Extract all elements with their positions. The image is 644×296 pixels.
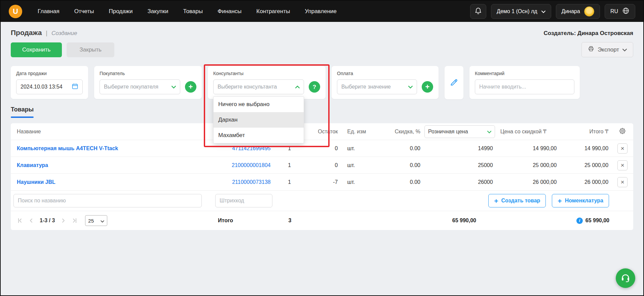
plus-icon: +	[189, 83, 193, 91]
cell-qty: 1	[273, 162, 306, 168]
remove-row-button[interactable]: ×	[617, 160, 628, 170]
column-header-unit: Ед. изм	[340, 129, 377, 135]
chevron-up-icon	[295, 84, 300, 90]
export-button[interactable]: Экспорт	[581, 42, 633, 57]
last-page-button[interactable]	[72, 218, 78, 224]
user-name: Динара	[562, 8, 580, 14]
top-navigation: U Главная Отчеты Продажи Закупки Товары …	[1, 1, 643, 22]
title-separator: |	[46, 30, 47, 37]
language-selector[interactable]: RU	[605, 4, 635, 19]
cell-discount: 0.00	[377, 145, 424, 152]
grand-total-value: 65 990,00	[585, 218, 609, 224]
nomenclature-button[interactable]: + Номенклатура	[552, 194, 609, 207]
dropdown-option-makhambet[interactable]: Махамбет	[214, 128, 304, 143]
menu-item-reports[interactable]: Отчеты	[74, 8, 94, 15]
menu-item-products[interactable]: Товары	[183, 8, 202, 15]
price-type-label: Розничная цена	[428, 129, 468, 135]
support-chat-button[interactable]	[616, 268, 635, 288]
buyer-placeholder: Выберите покупателя	[104, 84, 158, 90]
cell-discounted-price: 14 990,00	[498, 145, 562, 152]
globe-icon	[622, 7, 630, 16]
prev-page-button[interactable]	[28, 218, 34, 224]
printer-icon	[588, 46, 594, 54]
totals-subtotal: 65 990,00	[307, 218, 498, 224]
consultants-placeholder: Выберите консультанта	[218, 84, 277, 90]
product-barcode-link[interactable]: 2110000073138	[232, 179, 271, 185]
cell-qty: 1	[273, 179, 306, 185]
products-table: Название Остаток Ед. изм Скидка, % Розни…	[11, 123, 633, 230]
totals-quantity: 3	[273, 218, 307, 224]
product-barcode-link[interactable]: 2100000001804	[232, 162, 271, 168]
language-label: RU	[610, 8, 618, 14]
table-footer: 1-3 / 3 25 Итого 3 65 990,00 i	[11, 211, 633, 230]
product-name-link[interactable]: Компьютерная мышь A4TECH V-Ttack	[17, 145, 118, 151]
app-window: U Главная Отчеты Продажи Закупки Товары …	[0, 0, 644, 296]
search-by-name-input[interactable]	[13, 194, 202, 207]
table-row: Наушники JBL 2110000073138 1 -7 шт. 0.00…	[11, 174, 633, 191]
payment-label: Оплата	[337, 71, 433, 76]
toolbar: Сохранить Закрыть Экспорт	[1, 37, 643, 57]
cell-discounted-price: 25 000,00	[498, 162, 562, 168]
menu-item-management[interactable]: Управление	[305, 8, 337, 15]
user-menu[interactable]: Динара	[556, 4, 600, 19]
menu-item-counterparties[interactable]: Контрагенты	[256, 8, 290, 15]
edit-button[interactable]	[445, 66, 463, 99]
avatar	[584, 6, 594, 17]
add-payment-button[interactable]: +	[422, 81, 433, 93]
price-type-select[interactable]: Розничная цена	[424, 125, 495, 138]
close-icon: ×	[620, 179, 624, 185]
table-row: Компьютерная мышь A4TECH V-Ttack 4711421…	[11, 140, 633, 157]
bell-icon	[475, 7, 482, 16]
payment-placeholder: Выберите значение	[341, 84, 391, 90]
cell-discount: 0.00	[377, 179, 424, 185]
notifications-button[interactable]	[470, 4, 486, 19]
comment-input[interactable]	[475, 79, 574, 94]
dropdown-option-none[interactable]: Ничего не выбрано	[214, 97, 304, 112]
create-product-button[interactable]: + Создать товар	[488, 194, 546, 207]
next-page-button[interactable]	[60, 218, 66, 224]
consultants-help-button[interactable]: ?	[309, 81, 320, 93]
buyer-select[interactable]: Выберите покупателя	[100, 79, 180, 94]
cell-retail-price: 14990	[424, 145, 498, 152]
cell-discounted-price: 26 000,00	[498, 179, 562, 185]
tab-products[interactable]: Товары	[11, 106, 34, 118]
first-page-button[interactable]	[17, 218, 23, 224]
company-selector-label: Демо 1 (Осн) лд	[497, 8, 537, 14]
export-label: Экспорт	[598, 46, 619, 53]
product-name-link[interactable]: Клавиатура	[17, 162, 48, 168]
nomenclature-label: Номенклатура	[565, 198, 603, 204]
barcode-input[interactable]	[215, 194, 272, 207]
create-product-label: Создать товар	[501, 198, 540, 204]
cell-unit: шт.	[340, 145, 377, 152]
consultants-select[interactable]: Выберите консультанта	[213, 79, 304, 94]
add-buyer-button[interactable]: +	[185, 81, 196, 93]
chevron-down-icon	[101, 218, 104, 224]
menu-item-sales[interactable]: Продажи	[109, 8, 132, 15]
sale-date-input[interactable]: 2024.10.03 13:54	[16, 79, 83, 94]
page-size-select[interactable]: 25	[85, 215, 107, 226]
company-selector[interactable]: Демо 1 (Осн) лд	[491, 4, 551, 19]
cell-total: 25 000,00	[561, 162, 612, 168]
gear-icon[interactable]	[619, 127, 626, 136]
remove-row-button[interactable]: ×	[617, 143, 628, 154]
app-logo[interactable]: U	[9, 5, 22, 18]
consultants-dropdown: Ничего не выбрано Дархан Махамбет	[213, 96, 304, 143]
pagination: 1-3 / 3 25	[11, 215, 213, 226]
remove-row-button[interactable]: ×	[617, 177, 628, 187]
info-icon[interactable]: i	[576, 218, 583, 224]
menu-item-purchases[interactable]: Закупки	[147, 8, 168, 15]
payment-card: Оплата Выберите значение +	[332, 66, 439, 99]
menu-item-home[interactable]: Главная	[38, 8, 60, 15]
cell-unit: шт.	[340, 162, 377, 168]
product-barcode-link[interactable]: 4711421699495	[232, 145, 271, 151]
calendar-icon	[72, 83, 78, 91]
menu-item-finances[interactable]: Финансы	[218, 8, 241, 15]
save-button[interactable]: Сохранить	[11, 42, 62, 57]
cell-total: 14 990,00	[561, 145, 612, 152]
logo-letter: U	[13, 7, 18, 16]
close-button[interactable]: Закрыть	[67, 42, 114, 57]
dropdown-option-darkhan[interactable]: Дархан	[214, 112, 304, 128]
payment-select[interactable]: Выберите значение	[337, 79, 417, 94]
product-name-link[interactable]: Наушники JBL	[17, 179, 55, 185]
table-search-row: + Создать товар + Номенклатура	[11, 191, 633, 211]
